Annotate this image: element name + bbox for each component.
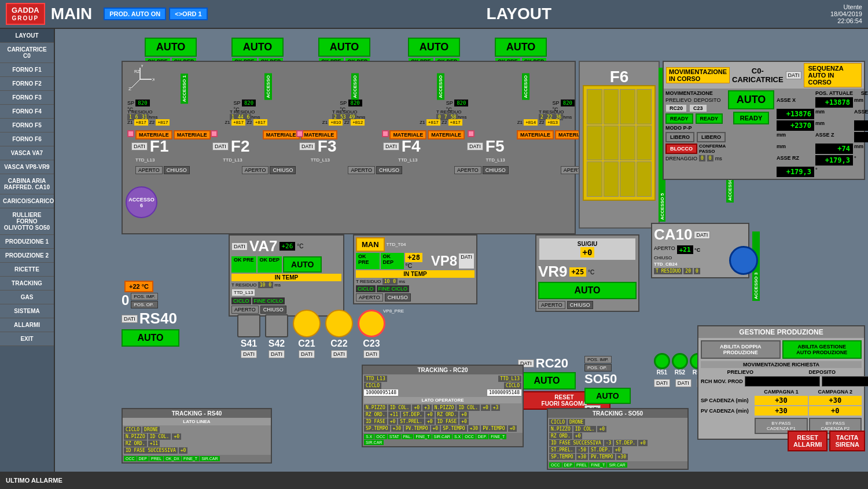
- f6-label: F6: [580, 68, 659, 86]
- reset-allarmi-button[interactable]: RESETALLARMI: [788, 431, 828, 451]
- f2-dati-button[interactable]: DATI: [212, 142, 229, 150]
- sidebar-item-vasca-vp8[interactable]: VASCA VP8-VR9: [0, 160, 54, 174]
- f1-dati-button[interactable]: DATI: [131, 142, 148, 150]
- sidebar-item-prod2[interactable]: PRODUZIONE 2: [0, 249, 54, 263]
- asse-y-label: ASSE Y: [854, 109, 868, 119]
- c22-dati[interactable]: DATI: [331, 350, 347, 358]
- f5-ttd: TTD_L13: [486, 157, 505, 163]
- layout-title: LAYOUT: [208, 5, 830, 23]
- va7-auto[interactable]: AUTO: [283, 256, 322, 273]
- f4-auto-button[interactable]: AUTO: [408, 38, 460, 57]
- rs40-auto[interactable]: AUTO: [122, 329, 179, 347]
- f3-auto-button[interactable]: AUTO: [318, 38, 370, 57]
- f5-auto-button[interactable]: AUTO: [495, 38, 547, 57]
- ca10-tres: T RESIDUO: [654, 268, 682, 274]
- vr9-chiuso[interactable]: CHIUSO: [567, 301, 593, 309]
- r52-dati[interactable]: DATI: [675, 379, 692, 387]
- va7-dati[interactable]: DATI: [231, 242, 248, 251]
- sidebar-item-sistema[interactable]: SISTEMA: [0, 304, 54, 318]
- abilita-gestione-button[interactable]: ABILITA GESTIONEAUTO PRODUZIONE: [782, 340, 862, 359]
- sidebar-item-forno-f5[interactable]: FORNO F5: [0, 119, 54, 133]
- f1-chiuso[interactable]: CHIUSO: [164, 166, 190, 174]
- va7-ttd: TTD_L13: [231, 289, 255, 296]
- tacita-sirena-button[interactable]: TACITASIRENA: [829, 431, 865, 451]
- c0-ready2[interactable]: READY: [696, 113, 723, 124]
- vr9-aperto[interactable]: APERTO: [538, 301, 565, 309]
- ultimo-allarme-label: ULTIMO ALLARME: [6, 477, 62, 484]
- sidebar-item-cabina[interactable]: CABINA ARIA RAFFRED. CA10: [0, 174, 54, 194]
- tracking-rs40: TRACKING - RS40 LATO LINEA CICLO DRONE N…: [122, 408, 272, 464]
- so50-auto[interactable]: AUTO: [584, 388, 631, 404]
- prelievo-input[interactable]: [745, 376, 820, 387]
- c0-ready1[interactable]: READY: [665, 113, 693, 124]
- va7-ciclo[interactable]: CICLO: [231, 297, 251, 304]
- drenaggio-ms: ms: [715, 156, 722, 161]
- sidebar-item-forno-f4[interactable]: FORNO F4: [0, 105, 54, 119]
- f5-label: F5: [486, 137, 505, 156]
- vr9-auto[interactable]: AUTO: [538, 282, 637, 299]
- sidebar-item-ricette[interactable]: RICETTE: [0, 263, 54, 277]
- f4-chiuso[interactable]: CHIUSO: [483, 166, 509, 174]
- sidebar-item-tracking[interactable]: TRACKING: [0, 277, 54, 291]
- accesso-6: ACCESSO 6: [126, 186, 157, 218]
- header: GADDA GROUP MAIN PROD. AUTO ON <>ORD 1 L…: [0, 0, 868, 29]
- sidebar-item-exit[interactable]: EXIT: [0, 332, 54, 346]
- rc20-auto[interactable]: AUTO: [518, 372, 576, 389]
- vp8-ciclo[interactable]: CICLO: [356, 285, 376, 292]
- f1-auto-button[interactable]: AUTO: [145, 38, 197, 57]
- f3-aperto[interactable]: APERTO: [348, 166, 375, 174]
- s41-dati[interactable]: DATI: [241, 350, 257, 358]
- ord-button[interactable]: <>ORD 1: [169, 8, 207, 20]
- abilita-doppia-button[interactable]: ABILITA DOPPIAPRODUZIONE: [701, 340, 781, 359]
- vp8-dati[interactable]: DATI: [458, 253, 475, 269]
- sidebar-item-forno-f1[interactable]: FORNO F1: [0, 63, 54, 77]
- sidebar-item-layout[interactable]: LAYOUT: [0, 29, 54, 43]
- sidebar-item-forno-f3[interactable]: FORNO F3: [0, 91, 54, 105]
- user-label: Utente: [844, 3, 862, 10]
- sidebar-item-forno-f2[interactable]: FORNO F2: [0, 77, 54, 91]
- f4-dati-button[interactable]: DATI: [383, 142, 399, 150]
- f5-dati-button[interactable]: DATI: [467, 142, 483, 150]
- sidebar-item-allarmi[interactable]: ALLARMI: [0, 318, 54, 332]
- f2-aperto[interactable]: APERTO: [242, 166, 269, 174]
- c0-ready-main[interactable]: READY: [733, 112, 770, 124]
- sidebar-item-carico[interactable]: CARICO/SCARICO: [0, 194, 54, 208]
- f3-mat2: MATERIALE: [428, 130, 465, 139]
- s42-dati[interactable]: DATI: [269, 350, 285, 358]
- c23-dati[interactable]: DATI: [363, 350, 380, 358]
- ca10-dati[interactable]: DATI: [694, 231, 710, 239]
- f3-dati-button[interactable]: DATI: [299, 142, 315, 150]
- f4-aperto[interactable]: APERTO: [454, 166, 481, 174]
- sidebar-item-caricatrice[interactable]: CARICATRICE C0: [0, 43, 54, 63]
- sidebar-item-prod1[interactable]: PRODUZIONE 1: [0, 235, 54, 249]
- c0-libero1[interactable]: LIBERO: [665, 132, 694, 142]
- vp8-man[interactable]: MAN: [356, 237, 385, 252]
- deposito-input[interactable]: [822, 376, 868, 387]
- c0-libero2[interactable]: LIBERO: [697, 132, 726, 142]
- sidebar-item-rulliere[interactable]: RULLIERE FORNO OLIVOTTO SO50: [0, 208, 54, 235]
- vp8-aperto[interactable]: APERTO: [356, 293, 383, 302]
- vp8-chiuso[interactable]: CHIUSO: [385, 293, 411, 302]
- svg-text:Z: Z: [128, 86, 131, 91]
- rs40-dati[interactable]: DATI: [122, 315, 138, 323]
- va7-fine-ciclo[interactable]: FINE CICLO: [252, 297, 285, 304]
- c0-dati[interactable]: DATI: [786, 71, 802, 79]
- pos-att-z: +99: [854, 132, 868, 142]
- f2-chiuso[interactable]: CHIUSO: [270, 166, 296, 174]
- f1-ttd: TTD_L13: [135, 157, 155, 163]
- f1-aperto[interactable]: APERTO: [135, 166, 163, 174]
- r51-dati[interactable]: DATI: [654, 379, 670, 387]
- prod-auto-button[interactable]: PROD. AUTO ON: [104, 8, 166, 20]
- vp8-fine-ciclo[interactable]: FINE CICLO: [377, 285, 410, 292]
- f2-auto-button[interactable]: AUTO: [231, 38, 284, 57]
- sidebar-item-gas[interactable]: GAS: [0, 291, 54, 304]
- sidebar-item-forno-f6[interactable]: FORNO F6: [0, 133, 54, 146]
- va7-tres: T RESIDUO 100 ms: [231, 282, 341, 288]
- drenaggio-val2: 0: [707, 155, 713, 161]
- c0-auto-button[interactable]: AUTO: [728, 90, 774, 109]
- sidebar-item-vasca-va7[interactable]: VASCA VA7: [0, 146, 54, 160]
- vp8-panel: MAN TTD_T04 OK PRE OK DEP +28 °C VP8 DAT…: [353, 234, 477, 304]
- c0-blocco[interactable]: BLOCCO: [665, 144, 697, 154]
- c21-dati[interactable]: DATI: [299, 350, 315, 358]
- f3-chiuso[interactable]: CHIUSO: [376, 166, 402, 174]
